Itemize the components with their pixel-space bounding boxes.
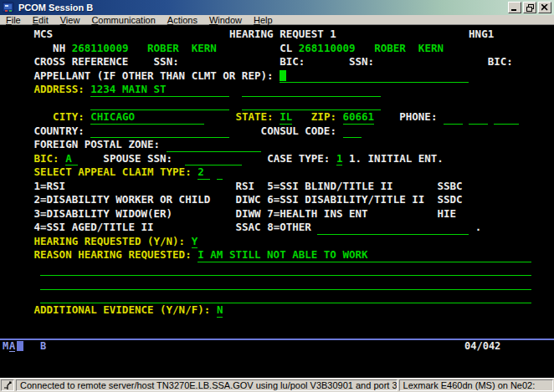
app-icon	[3, 2, 14, 13]
menu-communication[interactable]: Communication	[85, 15, 161, 25]
terminal-label: ZIP:	[311, 110, 336, 125]
terminal-label: PHONE:	[399, 110, 437, 125]
terminal-label: BIC:	[34, 152, 59, 166]
menu-bar: FileEditViewCommunicationActionsWindowHe…	[0, 15, 554, 25]
address-line3-input[interactable]	[90, 97, 229, 111]
menu-view[interactable]: View	[54, 15, 86, 25]
terminal-label: 3=DISABILITY WIDOW(ER)	[34, 207, 173, 221]
menu-window[interactable]: Window	[203, 15, 248, 25]
terminal-label: MCS	[34, 28, 54, 42]
terminal-label: 1=RSI	[34, 180, 66, 194]
oia-block	[17, 341, 23, 351]
terminal-label: SSDC	[437, 193, 462, 207]
terminal-label: HIE	[437, 207, 456, 221]
terminal-screen[interactable]: MCSHEARING REQUEST 1HNG1NH268110009ROBER…	[0, 26, 554, 378]
phone-area-input[interactable]	[444, 110, 463, 125]
menu-file[interactable]: File	[0, 15, 27, 25]
terminal-label: 4=SSI AGED/TITLE II	[34, 221, 154, 235]
terminal-label: HEARING REQUEST 1	[229, 28, 336, 42]
phone-prefix-input[interactable]	[469, 110, 488, 125]
connection-icon	[3, 381, 13, 390]
terminal-label: HNG1	[469, 28, 494, 42]
terminal-label: SSN:	[349, 55, 374, 69]
terminal-label: ADDITIONAL EVIDENCE (Y/N/F):	[34, 303, 211, 318]
address-line4-input[interactable]	[242, 97, 381, 111]
appeal-claim-type-extra-input[interactable]	[217, 165, 223, 180]
close-button[interactable]	[538, 2, 551, 13]
terminal-label: .	[475, 221, 482, 235]
terminal-label: KERN	[418, 42, 444, 56]
terminal-label: KERN	[192, 42, 217, 56]
oia-session-id: B	[40, 340, 46, 352]
minimize-button[interactable]	[508, 2, 521, 13]
terminal-label: CL	[280, 42, 292, 56]
oia-cursor-position: 04/042	[464, 340, 500, 352]
case-type-input[interactable]: 1	[336, 152, 343, 166]
appeal-claim-type-input[interactable]: 2	[197, 165, 210, 180]
window-title: PCOM Session B	[18, 3, 93, 13]
connection-status-panel	[1, 379, 14, 391]
terminal-label: SSBC	[437, 180, 462, 194]
terminal-label: 268110009	[72, 42, 129, 56]
zip-input[interactable]: 60661	[343, 110, 375, 125]
terminal-label: ROBER	[374, 42, 406, 56]
pcomm-window: PCOM Session B FileEditViewCommunication…	[0, 0, 554, 392]
terminal-label: SELECT APPEAL CLAIM TYPE:	[34, 165, 192, 180]
terminal-label: ADDRESS:	[34, 83, 85, 97]
terminal-label: CASE TYPE:	[267, 152, 330, 166]
status-bar: Connected to remote server/host TN3270E.…	[0, 378, 554, 392]
bic-input[interactable]: A	[65, 152, 78, 166]
terminal-label: DIWC	[235, 193, 260, 207]
oia-status-a: A	[9, 340, 15, 352]
terminal-label: COUNTRY:	[34, 125, 85, 139]
menu-actions[interactable]: Actions	[162, 15, 203, 25]
terminal-label: CITY:	[53, 110, 85, 125]
terminal-label: ROBER	[147, 42, 179, 56]
menu-edit[interactable]: Edit	[27, 15, 54, 25]
terminal-label: 7=HEALTH INS ENT	[267, 207, 367, 221]
terminal-label: 8=OTHER	[267, 221, 311, 235]
terminal-label: RSI	[235, 180, 254, 194]
additional-evidence-input[interactable]: N	[217, 303, 223, 318]
consul-code-input[interactable]	[343, 125, 362, 139]
state-input[interactable]: IL	[280, 110, 292, 125]
address-line2-input[interactable]	[242, 83, 381, 97]
terminal-label: 1. INITIAL ENT.	[349, 152, 444, 166]
country-input[interactable]	[90, 125, 229, 139]
city-input[interactable]: CHICAGO	[90, 110, 204, 125]
reason-line4-input[interactable]	[40, 290, 531, 304]
restore-button[interactable]	[523, 2, 536, 13]
terminal-label: 2=DISABILITY WORKER OR CHILD	[34, 193, 211, 207]
terminal-label: REASON HEARING REQUESTED:	[34, 248, 192, 262]
oia-status-m: M	[3, 340, 8, 352]
terminal-label: SPOUSE SSN:	[103, 152, 172, 166]
terminal-label: 268110009	[299, 42, 356, 56]
other-claim-type-input[interactable]	[317, 221, 469, 235]
terminal-label: 6=SSI DISABILITY/TITLE II	[267, 193, 424, 207]
terminal-cursor	[280, 70, 286, 81]
terminal-label: APPELLANT (IF OTHER THAN CLMT OR REP):	[34, 69, 274, 84]
hearing-requested-input[interactable]: Y	[192, 235, 198, 249]
terminal-label: NH	[53, 42, 65, 56]
phone-line-input[interactable]	[494, 110, 519, 125]
terminal-label: HEARING REQUESTED (Y/N):	[34, 235, 186, 249]
terminal-label: CROSS REFERENCE	[34, 55, 129, 69]
address-line1-input[interactable]: 1234 MAIN ST	[90, 83, 229, 97]
reason-line2-input[interactable]	[40, 262, 531, 277]
terminal-label: BIC:	[488, 55, 513, 69]
terminal-label: 5=SSI BLIND/TITLE II	[267, 180, 393, 194]
appellant-input[interactable]	[280, 69, 469, 84]
terminal-label: FOREIGN POSTAL ZONE:	[34, 138, 161, 152]
terminal-label: SSN:	[154, 55, 179, 69]
foreign-postal-zone-input[interactable]	[167, 138, 261, 152]
connection-message: Connected to remote server/host TN3270E.…	[16, 379, 397, 391]
terminal-label: DIWW	[235, 207, 260, 221]
printer-status: Lexmark E460dn (MS) on Ne02:	[399, 379, 553, 391]
spouse-ssn-input[interactable]	[185, 152, 242, 166]
menu-help[interactable]: Help	[248, 15, 279, 25]
terminal-label: CONSUL CODE:	[261, 125, 336, 139]
terminal-label: BIC:	[280, 55, 305, 69]
title-bar[interactable]: PCOM Session B	[0, 0, 554, 15]
reason-line3-input[interactable]	[40, 276, 531, 290]
reason-line1-input[interactable]: I AM STILL NOT ABLE TO WORK	[197, 248, 531, 262]
